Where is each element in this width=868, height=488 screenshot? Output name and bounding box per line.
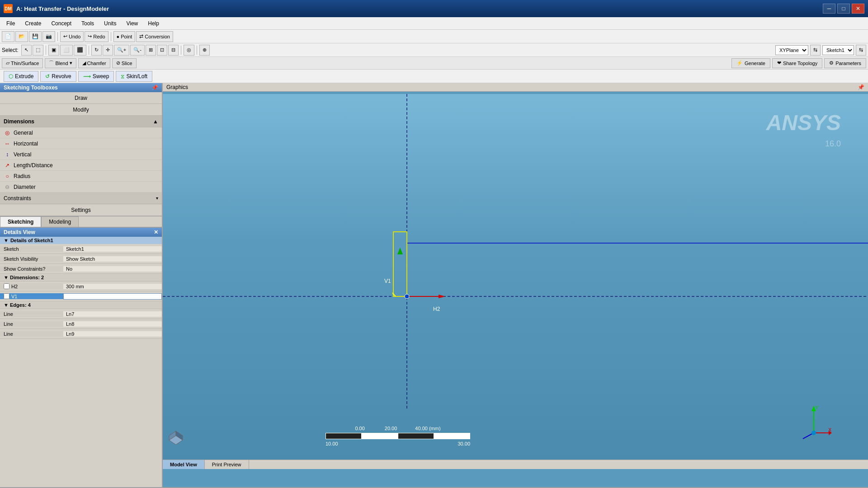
zoom-fit-icon: ⊞: [149, 47, 153, 53]
screenshot-button[interactable]: 📷: [42, 31, 55, 42]
detail-label-v1: V1: [0, 293, 63, 299]
select-face[interactable]: ▣: [48, 45, 59, 56]
maximize-button[interactable]: □: [837, 4, 850, 14]
new-button[interactable]: 📄: [2, 31, 14, 42]
dim-horizontal[interactable]: ↔ Horizontal: [0, 138, 162, 149]
thin-surface-button[interactable]: ▱ Thin/Surface: [2, 58, 43, 68]
sweep-button[interactable]: ⟿ Sweep: [78, 71, 114, 82]
menu-concept[interactable]: Concept: [47, 19, 76, 28]
look-at-button[interactable]: ◎: [184, 45, 194, 56]
detail-value-v1[interactable]: 1500: [63, 293, 162, 300]
view-tabs: Model View Print Preview: [163, 460, 868, 469]
dim-vertical[interactable]: ↕ Vertical: [0, 149, 162, 160]
tab-model-view[interactable]: Model View: [163, 460, 205, 469]
measure-icon: ⊕: [203, 47, 207, 53]
rotate-icon: ↻: [94, 47, 99, 53]
select-cursor[interactable]: ↖: [21, 45, 32, 56]
menu-tools[interactable]: Tools: [77, 19, 99, 28]
point-button[interactable]: ● Point: [113, 31, 136, 42]
chamfer-button[interactable]: ◢ Chamfer: [78, 58, 110, 68]
zoom-box-button[interactable]: ⊡: [157, 45, 167, 56]
slice-button[interactable]: ⊘ Slice: [112, 58, 137, 68]
menu-help[interactable]: Help: [143, 19, 164, 28]
sketch-toolbox-header: Sketching Toolboxes 📌: [0, 83, 162, 92]
redo-button[interactable]: ↪ Redo: [85, 31, 108, 42]
share-topology-icon: ❤: [777, 60, 781, 66]
menu-create[interactable]: Create: [20, 19, 46, 28]
graphics-area[interactable]: Graphics 📌 ANSYS 16.0: [163, 83, 868, 487]
parameters-button[interactable]: ⚙ Parameters: [824, 58, 866, 68]
detail-value-h2[interactable]: 300 mm: [63, 284, 162, 289]
generate-button[interactable]: ⚡ Generate: [731, 58, 770, 68]
details-close-icon[interactable]: ✕: [154, 229, 158, 235]
select-body[interactable]: ⬛: [74, 45, 86, 56]
revolve-icon: ↺: [45, 73, 50, 80]
title-bar-controls[interactable]: ─ □ ✕: [823, 4, 864, 14]
blend-button[interactable]: ⌒ Blend ▾: [45, 58, 76, 68]
open-button[interactable]: 📂: [15, 31, 28, 42]
tab-sketching[interactable]: Sketching: [0, 216, 41, 227]
cursor-icon: ↖: [24, 47, 28, 53]
tab-print-preview[interactable]: Print Preview: [205, 460, 249, 469]
minimize-button[interactable]: ─: [823, 4, 835, 14]
zoom-in-button[interactable]: 🔍+: [114, 45, 129, 56]
detail-label-visibility: Sketch Visibility: [0, 256, 63, 262]
plane-dropdown[interactable]: XYPlane: [775, 45, 808, 55]
vertical-icon: ↕: [4, 151, 11, 158]
slice-icon: ⊘: [116, 60, 120, 66]
v1-checkbox[interactable]: [4, 293, 9, 299]
dimensions-collapse-icon: ▲: [153, 118, 158, 125]
graphics-pin-icon[interactable]: 📌: [858, 84, 864, 90]
sweep-icon: ⟿: [83, 73, 91, 80]
dim-radius[interactable]: ○ Radius: [0, 171, 162, 182]
canvas-bg[interactable]: ANSYS 16.0 V1 H2: [163, 94, 868, 469]
details-content: ▼ Details of Sketch1 Sketch Sketch1 Sket…: [0, 237, 162, 485]
undo-icon: ↩: [63, 33, 67, 39]
tab-modeling[interactable]: Modeling: [41, 216, 79, 227]
measure-button[interactable]: ⊕: [199, 45, 210, 56]
dim-general[interactable]: ◎ General: [0, 127, 162, 138]
rotate-button[interactable]: ↻: [91, 45, 102, 56]
toolbar1: 📄 📂 💾 📷 ↩ Undo ↪ Redo ● Point ⇄ Conversi…: [0, 30, 868, 43]
detail-row-ln7: Line Ln7: [0, 309, 162, 319]
dim-diameter[interactable]: ⊖ Diameter: [0, 182, 162, 192]
draw-row[interactable]: Draw: [0, 92, 162, 104]
zoom-sel-button[interactable]: ⊟: [168, 45, 179, 56]
select-box[interactable]: ⬚: [33, 45, 43, 56]
modify-row[interactable]: Modify: [0, 104, 162, 116]
constraints-row[interactable]: Constraints ▾: [0, 192, 162, 204]
pan-button[interactable]: ✛: [103, 45, 113, 56]
radius-icon: ○: [4, 173, 11, 180]
save-button[interactable]: 💾: [29, 31, 42, 42]
v1-label: V1: [384, 278, 391, 284]
select-edge[interactable]: ⬜: [60, 45, 73, 56]
skin-loft-button[interactable]: ⧖ Skin/Loft: [116, 71, 152, 82]
conversion-button[interactable]: ⇄ Conversion: [136, 31, 173, 42]
parameters-icon: ⚙: [829, 60, 834, 66]
separator1: [57, 32, 58, 41]
detail-row-constraints: Show Constraints? No: [0, 264, 162, 274]
plane-flip-button[interactable]: ⇆: [810, 45, 821, 56]
h2-checkbox[interactable]: [4, 283, 9, 289]
menu-file[interactable]: File: [2, 19, 19, 28]
toolbox-pin-icon[interactable]: 📌: [151, 84, 158, 91]
close-button[interactable]: ✕: [852, 4, 864, 14]
revolve-button[interactable]: ↺ Revolve: [40, 71, 76, 82]
viewport-cube-icon[interactable]: [165, 427, 187, 449]
undo-button[interactable]: ↩ Undo: [60, 31, 84, 42]
sketch-dropdown[interactable]: Sketch1: [822, 45, 854, 55]
constraints-arrow-icon: ▾: [156, 196, 158, 201]
thin-surface-icon: ▱: [6, 60, 9, 66]
menu-units[interactable]: Units: [99, 19, 121, 28]
menu-view[interactable]: View: [122, 19, 142, 28]
ops-bar: ▱ Thin/Surface ⌒ Blend ▾ ◢ Chamfer ⊘ Sli…: [0, 57, 868, 70]
sketch-flip-button[interactable]: ⇆: [856, 45, 866, 56]
settings-row[interactable]: Settings: [0, 204, 162, 216]
dimensions-row[interactable]: Dimensions ▲: [0, 116, 162, 127]
dim-length[interactable]: ↗ Length/Distance: [0, 160, 162, 171]
detail-label-sketch: Sketch: [0, 246, 63, 252]
share-topology-button[interactable]: ❤ Share Topology: [772, 58, 822, 68]
zoom-out-button[interactable]: 🔍-: [130, 45, 145, 56]
extrude-button[interactable]: ⬡ Extrude: [4, 71, 38, 82]
zoom-fit-button[interactable]: ⊞: [146, 45, 156, 56]
